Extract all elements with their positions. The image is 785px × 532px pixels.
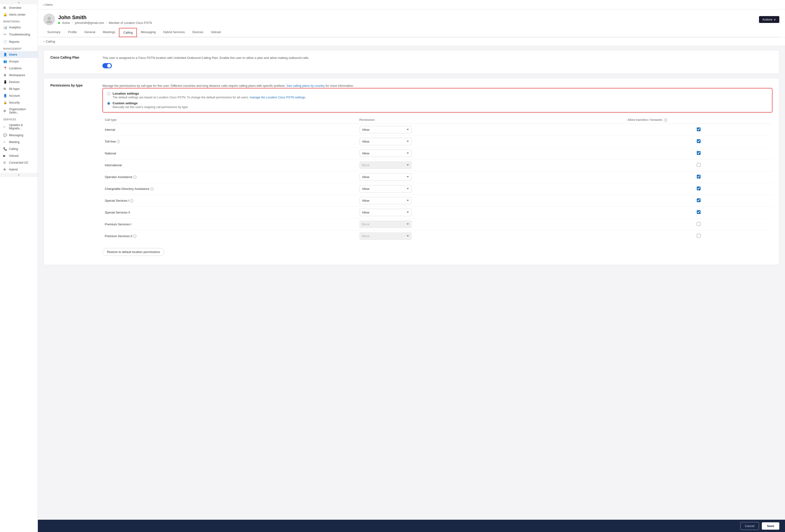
save-button[interactable]: Save <box>762 522 779 530</box>
tab-vidcast[interactable]: Vidcast <box>207 28 225 37</box>
table-row: InternationalAllowBlock <box>102 159 773 171</box>
allow-transfers-checkbox[interactable] <box>697 175 701 178</box>
table-row: Toll-freeiAllowBlock <box>102 135 773 147</box>
col-call-type: Call type <box>102 117 357 124</box>
table-row: Premium Services IIiAllowBlock <box>102 230 773 242</box>
allow-transfers-checkbox[interactable] <box>697 198 701 202</box>
allow-transfers-checkbox[interactable] <box>697 210 701 214</box>
permissions-card: Permissions by type Manage the permissio… <box>44 78 779 265</box>
user-header: John Smith Active • johnsmith@gmail.com … <box>38 9 785 37</box>
manage-location-link[interactable]: manage the Location Cisco PSTN settings. <box>250 96 306 99</box>
tab-devices[interactable]: Devices <box>188 28 207 37</box>
users-icon: 👤 <box>3 53 7 56</box>
allow-transfers-checkbox[interactable] <box>697 127 701 131</box>
allow-transfers-checkbox[interactable] <box>697 234 701 238</box>
sidebar-item-locations[interactable]: 📍 Locations <box>0 65 37 72</box>
tab-hybrid-services[interactable]: Hybrid Services <box>159 28 188 37</box>
actions-button[interactable]: Actions ∨ <box>759 16 779 23</box>
permission-select[interactable]: AllowBlock <box>359 138 411 145</box>
calling-plan-card: Cisco Calling Plan This user is assigned… <box>44 50 779 74</box>
sidebar-item-analytics[interactable]: 📊 Analytics <box>0 24 37 31</box>
apps-icon: ⚙ <box>3 87 7 91</box>
permission-select[interactable]: AllowBlock <box>359 209 411 216</box>
info-icon: i <box>133 234 136 238</box>
permission-select[interactable]: AllowBlock <box>359 185 411 193</box>
sidebar-item-alerts[interactable]: 🔔 Alerts center <box>0 11 37 18</box>
tab-calling[interactable]: Calling <box>119 28 137 37</box>
permission-select[interactable]: AllowBlock <box>359 197 411 204</box>
sidebar-item-account[interactable]: 👤 Account <box>0 92 37 99</box>
sidebar-item-overview[interactable]: ⊞ Overview <box>0 4 37 11</box>
main-content: ‹ Users John Smith Active • johnsmith@gm… <box>38 0 785 532</box>
page-content: ‹ Calling Cisco Calling Plan This user i… <box>38 37 785 520</box>
allow-transfers-checkbox[interactable] <box>697 151 701 155</box>
back-link[interactable]: ‹ Users <box>43 3 53 7</box>
user-name: John Smith <box>58 15 152 21</box>
allow-transfers-checkbox[interactable] <box>697 163 701 167</box>
table-row: Special Services IIAllowBlock <box>102 206 773 218</box>
sidebar-item-connected-uc[interactable]: ⊙ Connected UC <box>0 159 37 166</box>
table-row: Chargeable Directory AssistanceiAllowBlo… <box>102 183 773 195</box>
permissions-title: Permissions by type <box>50 83 93 87</box>
permission-select[interactable]: AllowBlock <box>359 173 411 181</box>
messaging-icon: 💬 <box>3 133 7 137</box>
permission-select[interactable]: AllowBlock <box>359 126 411 133</box>
sidebar-item-org-settings[interactable]: ⚙ Organization Settin... <box>0 106 37 116</box>
cancel-button[interactable]: Cancel <box>740 522 759 530</box>
sidebar-item-reports[interactable]: 📄 Reports <box>0 38 37 45</box>
org-icon: ⚙ <box>3 109 7 113</box>
location-settings-option[interactable]: Location settings The default settings a… <box>107 92 768 99</box>
custom-settings-radio[interactable] <box>107 102 110 105</box>
sidebar-item-meeting[interactable]: ○ Meeting <box>0 138 37 145</box>
sidebar-item-devices[interactable]: 📱 Devices <box>0 78 37 85</box>
sidebar-item-security[interactable]: 🔒 Security <box>0 99 37 106</box>
allow-transfers-checkbox[interactable] <box>697 139 701 143</box>
permission-select[interactable]: AllowBlock <box>359 161 411 169</box>
tab-summary[interactable]: Summary <box>44 28 64 37</box>
permission-select[interactable]: AllowBlock <box>359 232 411 240</box>
sidebar-scroll-up[interactable]: ▲ <box>0 0 37 4</box>
tab-general[interactable]: General <box>80 28 99 37</box>
account-icon: 👤 <box>3 94 7 97</box>
location-settings-radio[interactable] <box>107 92 110 95</box>
reports-icon: 📄 <box>3 40 7 44</box>
tab-meetings[interactable]: Meetings <box>99 28 119 37</box>
permission-select[interactable]: AllowBlock <box>359 221 411 228</box>
tab-profile[interactable]: Profile <box>64 28 81 37</box>
svg-point-0 <box>48 17 51 20</box>
calling-plan-toggle[interactable] <box>102 63 112 68</box>
sidebar-item-users[interactable]: 👤 Users <box>0 51 37 58</box>
table-row: InternalAllowBlock <box>102 124 773 135</box>
hybrid-icon: ⊕ <box>3 168 7 171</box>
workspace-icon: 🖥 <box>3 73 7 77</box>
sidebar-item-hybrid[interactable]: ⊕ Hybrid <box>0 166 37 173</box>
permission-select[interactable]: AllowBlock <box>359 150 411 157</box>
page-footer: Cancel Save <box>38 520 785 532</box>
bell-icon: 🔔 <box>3 13 7 16</box>
calling-plans-link[interactable]: See calling plans by country <box>286 84 325 87</box>
breadcrumb-back[interactable]: ‹ <box>44 40 45 43</box>
table-row: Operator AssistanceiAllowBlock <box>102 171 773 183</box>
col-allow-transfers: Allow transfers / forwards i <box>625 117 773 124</box>
sidebar-item-messaging[interactable]: 💬 Messaging <box>0 132 37 138</box>
sidebar-item-calling[interactable]: 📞 Calling <box>0 145 37 152</box>
sidebar-item-apps[interactable]: ⚙ 88 Apps <box>0 85 37 92</box>
sidebar-item-vidcast[interactable]: ▶ Vidcast <box>0 152 37 159</box>
call-type-table: Call type Permission Allow transfers / f… <box>102 117 773 242</box>
sidebar-item-troubleshooting[interactable]: 〜 Troubleshooting <box>0 31 37 38</box>
meeting-icon: ○ <box>3 140 7 144</box>
sidebar-scroll-down[interactable]: ▼ <box>0 173 37 177</box>
calling-plan-description: This user is assigned to a Cisco PSTN lo… <box>102 55 773 60</box>
calling-plan-title: Cisco Calling Plan <box>50 55 93 59</box>
restore-defaults-button[interactable]: Restore to default location permissions <box>102 248 164 256</box>
tab-messaging[interactable]: Messaging <box>137 28 159 37</box>
sidebar-item-workspaces[interactable]: 🖥 Workspaces <box>0 72 37 78</box>
connected-uc-icon: ⊙ <box>3 161 7 164</box>
allow-transfers-checkbox[interactable] <box>697 222 701 226</box>
custom-settings-option[interactable]: Custom settings Manually set this user's… <box>107 101 768 109</box>
info-icon: i <box>130 199 133 202</box>
sidebar-item-groups[interactable]: 👥 Groups <box>0 58 37 65</box>
allow-transfers-checkbox[interactable] <box>697 186 701 191</box>
sidebar-item-updates[interactable]: ○ Updates & Migratio... <box>0 122 37 132</box>
transfers-info-icon: i <box>664 119 667 122</box>
